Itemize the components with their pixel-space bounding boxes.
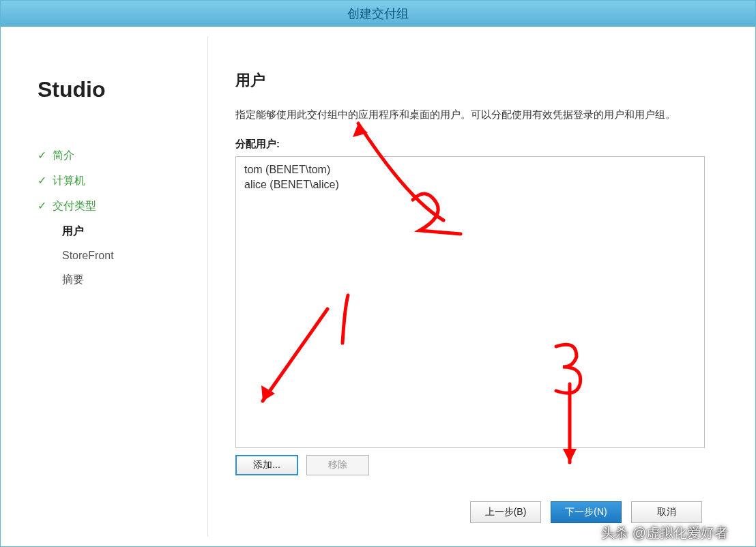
main-panel: 用户 指定能够使用此交付组中的应用程序和桌面的用户。可以分配使用有效凭据登录的用…	[208, 36, 746, 537]
next-button[interactable]: 下一步(N)	[551, 501, 622, 523]
dialog-window: 创建交付组 Studio 简介 计算机 交付类型 用户 StoreFront 摘…	[0, 0, 756, 547]
svg-marker-0	[353, 123, 368, 137]
list-actions: 添加... 移除	[235, 455, 705, 475]
back-button[interactable]: 上一步(B)	[470, 501, 541, 523]
add-button[interactable]: 添加...	[235, 455, 298, 475]
page-title: 用户	[235, 70, 705, 91]
remove-button[interactable]: 移除	[306, 455, 369, 475]
step-users[interactable]: 用户	[38, 219, 207, 244]
content-area: Studio 简介 计算机 交付类型 用户 StoreFront 摘要 用户 指…	[1, 27, 755, 546]
step-delivery-type[interactable]: 交付类型	[38, 194, 207, 219]
wizard-footer: 上一步(B) 下一步(N) 取消	[235, 501, 705, 523]
wizard-steps: 简介 计算机 交付类型 用户 StoreFront 摘要	[38, 143, 207, 293]
step-summary: 摘要	[38, 267, 207, 293]
window-title: 创建交付组	[347, 5, 409, 22]
list-item[interactable]: alice (BENET\alice)	[244, 177, 696, 192]
wizard-sidebar: Studio 简介 计算机 交付类型 用户 StoreFront 摘要	[10, 36, 208, 537]
assign-users-label: 分配用户:	[235, 138, 705, 151]
step-storefront: StoreFront	[38, 244, 207, 267]
step-machines[interactable]: 计算机	[38, 168, 207, 194]
product-name: Studio	[38, 77, 207, 102]
list-item[interactable]: tom (BENET\tom)	[244, 162, 696, 177]
step-intro[interactable]: 简介	[38, 143, 207, 168]
titlebar: 创建交付组	[1, 1, 755, 27]
cancel-button[interactable]: 取消	[631, 501, 702, 523]
page-description: 指定能够使用此交付组中的应用程序和桌面的用户。可以分配使用有效凭据登录的用户和用…	[235, 107, 705, 123]
users-listbox[interactable]: tom (BENET\tom) alice (BENET\alice)	[235, 156, 705, 449]
